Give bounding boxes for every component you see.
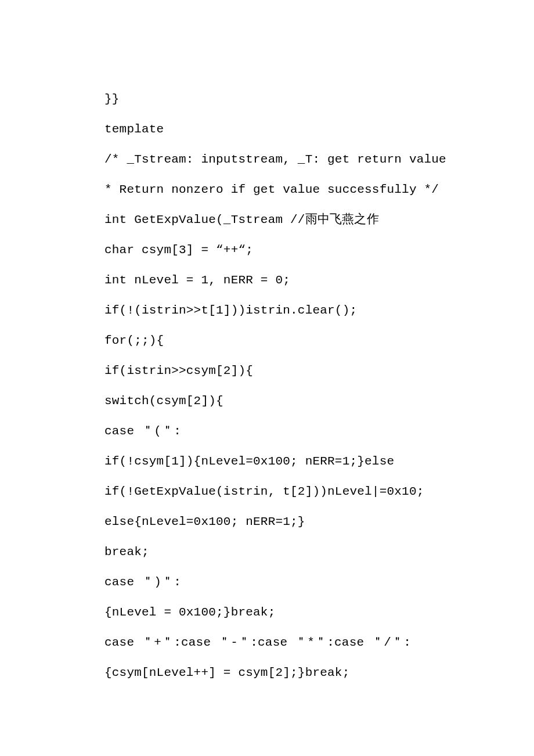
- code-line: {nLevel = 0x100;}break;: [104, 606, 534, 618]
- document-page: }} template /* _Tstream: inputstream, _T…: [0, 0, 534, 756]
- code-line: }}: [104, 93, 534, 105]
- code-line: case ＂)＂:: [104, 576, 534, 588]
- code-line: {csym[nLevel++] = csym[2];}break;: [104, 667, 534, 679]
- code-line: char csym[3] = “++“;: [104, 244, 534, 256]
- code-line: if(istrin>>csym[2]){: [104, 365, 534, 377]
- code-line: * Return nonzero if get value successful…: [104, 183, 534, 196]
- code-line: /* _Tstream: inputstream, _T: get return…: [104, 153, 534, 165]
- code-line: switch(csym[2]){: [104, 395, 534, 407]
- code-line: template: [104, 123, 534, 135]
- code-line: if(!(istrin>>t[1]))istrin.clear();: [104, 304, 534, 316]
- code-line: if(!csym[1]){nLevel=0x100; nERR=1;}else: [104, 455, 534, 467]
- code-line: case ＂+＂:case ＂-＂:case ＂*＂:case ＂/＂:: [104, 636, 534, 649]
- code-line: for(;;){: [104, 334, 534, 347]
- code-line: else{nLevel=0x100; nERR=1;}: [104, 516, 534, 528]
- code-line: int nLevel = 1, nERR = 0;: [104, 274, 534, 286]
- code-line: case ＂(＂:: [104, 425, 534, 437]
- code-line: if(!GetExpValue(istrin, t[2]))nLevel|=0x…: [104, 485, 534, 498]
- code-line: int GetExpValue(_Tstream //雨中飞燕之作: [104, 214, 534, 226]
- code-line: break;: [104, 546, 534, 558]
